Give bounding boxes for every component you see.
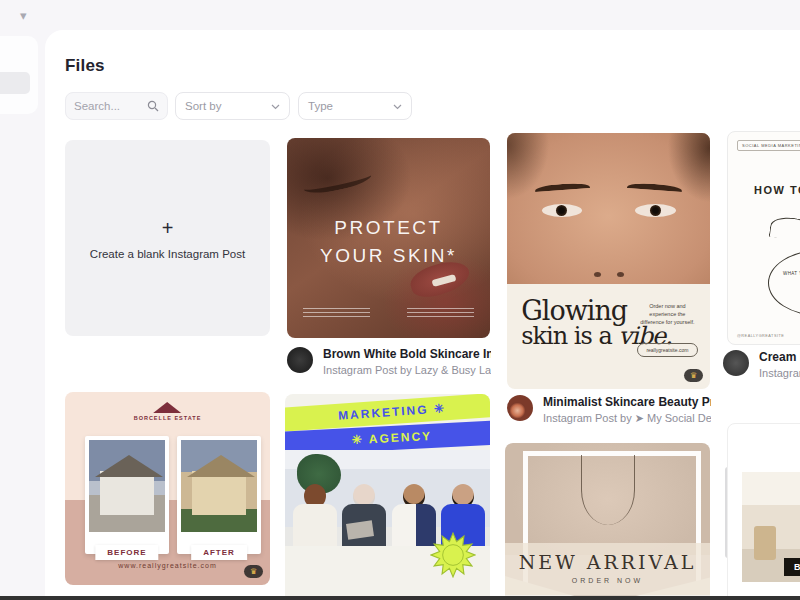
- chevron-down-icon: [271, 100, 280, 112]
- house-roof-icon: [153, 402, 181, 413]
- eye-right-shape: [635, 204, 676, 217]
- template-byline: Instagram Post by Lazy & Busy Lab: [323, 364, 491, 376]
- avatar: [723, 350, 749, 376]
- eyebrow-left-shape: [535, 182, 590, 196]
- template-card-interior-before[interactable]: BEFORE www.: [727, 423, 800, 600]
- template-title: Minimalist Skincare Beauty Produc...: [543, 395, 711, 409]
- page-title: Files: [65, 56, 105, 76]
- template-card-new-arrival[interactable]: NEW ARRIVAL ORDER NOW: [505, 443, 710, 600]
- fine-print-left: [303, 308, 370, 320]
- template-title: Brown White Bold Skincare Instagr...: [323, 347, 491, 361]
- avatar: [287, 347, 313, 373]
- type-label: Type: [308, 100, 333, 112]
- sort-by-label: Sort by: [185, 100, 221, 112]
- before-label: BEFORE: [784, 558, 800, 576]
- design-heading: HOW TO: [754, 184, 800, 196]
- template-card-glowing-skin[interactable]: Glowing skin is a vibe. Order now and ex…: [507, 133, 710, 389]
- house-shape: [100, 471, 155, 515]
- brand-name: BORCELLE ESTATE: [134, 415, 202, 421]
- files-panel: Files Sort by Type + Create a blank Inst…: [45, 30, 800, 600]
- fine-print-right: [407, 308, 474, 320]
- create-blank-card[interactable]: + Create a blank Instagram Post: [65, 140, 270, 336]
- diagram-circle-text: WHAT YOU LOVE TO DO: [783, 271, 800, 278]
- sort-by-dropdown[interactable]: Sort by: [175, 92, 290, 120]
- house-photo-before: [89, 440, 165, 532]
- person-shape: [392, 484, 436, 546]
- design-corner-label: SOCIAL MEDIA MARKETING: [737, 140, 800, 151]
- person-shape: [293, 484, 337, 546]
- template-card-how-to[interactable]: SOCIAL MEDIA MARKETING HOW TO WHAT YOU L…: [727, 131, 800, 345]
- design-website-pill: reallygreatsite.com: [637, 343, 698, 357]
- search-box[interactable]: [65, 92, 168, 120]
- template-card-marketing-agency[interactable]: MARKETING ✳ ✳ AGENCY ABOUT US: [285, 394, 490, 600]
- create-blank-label: Create a blank Instagram Post: [90, 248, 245, 260]
- avatar: [507, 395, 533, 421]
- canva-files-screen: ▾ Files Sort by Type + Create a blank In…: [0, 0, 800, 600]
- eyebrow-right-shape: [627, 182, 682, 196]
- template-meta-glowing[interactable]: Minimalist Skincare Beauty Produc... Ins…: [507, 395, 711, 425]
- house-shape: [192, 471, 247, 515]
- after-photo-frame: AFTER: [177, 436, 261, 554]
- house-photo-after: [181, 440, 257, 532]
- eye-left-shape: [542, 204, 583, 217]
- template-byline: Instagram Post by ➤ My Social Designer: [543, 412, 711, 425]
- diagram-arc-shape: [769, 215, 800, 243]
- design-text-band: NEW ARRIVAL ORDER NOW: [505, 543, 710, 595]
- plus-icon: +: [162, 217, 174, 240]
- face-photo: [507, 133, 710, 284]
- bottom-edge-bar: [0, 596, 800, 600]
- template-card-protect-skin[interactable]: PROTECT YOUR SKIN*: [287, 138, 490, 338]
- design-website-text: www.reallygreatsite.com: [65, 562, 270, 569]
- pro-crown-badge: ♛: [244, 565, 263, 578]
- brand-logo: BORCELLE ESTATE: [134, 402, 202, 421]
- after-label: AFTER: [191, 545, 247, 560]
- starburst-icon: [430, 532, 476, 578]
- template-card-real-estate[interactable]: BORCELLE ESTATE BEFORE AFTER www.reallyg…: [65, 392, 270, 585]
- design-headline: NEW ARRIVAL: [505, 551, 710, 573]
- search-icon: [147, 100, 159, 112]
- template-title: Cream Mi: [759, 350, 800, 364]
- chevron-down-icon: [393, 100, 402, 112]
- search-input[interactable]: [74, 100, 147, 112]
- before-photo-frame: BEFORE: [85, 436, 169, 554]
- chevron-down-icon[interactable]: ▾: [20, 8, 27, 23]
- design-headline: PROTECT YOUR SKIN*: [287, 214, 490, 269]
- template-meta-howto[interactable]: Cream Mi Instagram P: [723, 350, 800, 379]
- design-subheadline: ORDER NOW: [505, 577, 710, 584]
- necklace-shape: [581, 455, 635, 525]
- left-sidebar-thumbnail: [0, 72, 30, 94]
- type-dropdown[interactable]: Type: [298, 92, 412, 120]
- pro-crown-badge: ♛: [684, 369, 703, 382]
- before-label: BEFORE: [95, 545, 158, 560]
- design-side-text: Order now and experience the difference …: [637, 302, 698, 327]
- nostrils-shape: [594, 272, 624, 278]
- photo-eyebrow-shape: [302, 167, 373, 197]
- diagram-circle-shape: WHAT YOU LOVE TO DO: [768, 250, 800, 316]
- design-footer-label: @REALLYGREATSITE: [737, 334, 784, 338]
- template-byline: Instagram P: [759, 367, 800, 379]
- box-shape: [754, 526, 776, 560]
- template-meta-protect[interactable]: Brown White Bold Skincare Instagr... Ins…: [287, 347, 491, 376]
- interior-photo: BEFORE: [742, 472, 800, 582]
